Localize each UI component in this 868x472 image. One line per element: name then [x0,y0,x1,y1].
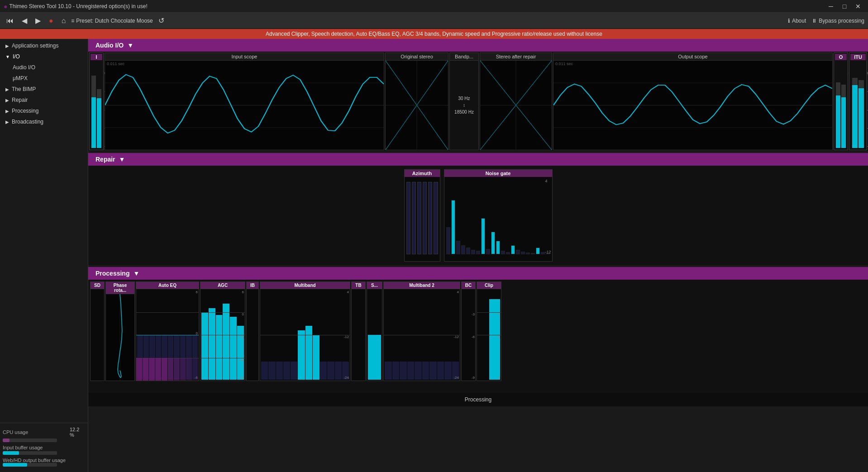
web-buffer-row: Web/HD output buffer usage [3,458,85,463]
cpu-label: CPU usage [3,429,66,435]
reset-button[interactable]: ↺ [156,15,167,26]
audio-io-section: Audio I/O ▼ I 0-6-1 [88,39,868,151]
output-scope-panel: Output scope 0.011 sec [553,52,833,150]
sidebar-item-app-settings[interactable]: ▶ Application settings [0,41,88,51]
processing-chevron: ▼ [133,270,139,277]
title-bar: ● Thimeo Stereo Tool 10.10 - Unregistere… [0,0,868,13]
chevron-right-icon: ▶ [5,109,9,114]
chevron-down-icon: ▼ [5,54,10,59]
input-progress-fill [3,451,19,455]
output-scope-canvas: 0.011 sec [553,61,832,150]
bc-header: BC [462,282,475,289]
cpu-progress-fill [3,439,10,442]
auto-eq-bars: 6 0 -6 [136,289,199,381]
nav-next-button[interactable]: ▶ [33,15,43,26]
sidebar-item-broadcasting[interactable]: ▶ Broadcasting [0,117,88,127]
output-vu-label: O [835,54,847,60]
processing-content: SD Phase rota... [88,280,868,393]
bandpass-arrow: ↕ [463,103,465,108]
preset-label: Preset: Dutch Chocolate Moose [76,18,153,24]
bandpass-content: 30 Hz ↕ 18500 Hz [450,61,478,150]
title-bar-controls[interactable]: ─ □ ✕ [825,0,864,13]
auto-eq-panel: Auto EQ 6 0 -6 [136,281,199,381]
bandpass-panel: Bandp... 30 Hz ↕ 18500 Hz [449,52,479,150]
multiband-panel: Multiband 4 -12 -24 [260,281,350,381]
minimize-button[interactable]: ─ [825,0,837,13]
sd-header: SD [91,282,104,289]
azimuth-panel: Azimuth [404,169,440,262]
original-stereo-canvas [386,61,448,150]
sidebar-item-processing[interactable]: ▶ Processing [0,106,88,116]
toolbar: ⏮ ◀ ▶ ● ⌂ ≡ Preset: Dutch Chocolate Moos… [0,13,868,29]
bc-bars: -3 -6 -9 [462,289,475,381]
repair-section: Repair ▼ Azimuth [88,153,868,265]
processing-title: Processing [95,270,129,277]
content-area: Audio I/O ▼ I 0-6-1 [88,39,868,472]
web-progress-bar [3,463,57,467]
stereo-repair-panel: Stereo after repair [480,52,552,150]
repair-chevron: ▼ [119,156,125,163]
bandpass-freq-low: 18500 Hz [454,110,474,114]
itu-meter: ITU 0-6-12-18-24 [849,52,867,150]
agc-bars: 6 0 -12 -18 -24 [200,289,245,381]
sidebar-item-label: Broadcasting [12,119,43,125]
sidebar-item-label: Repair [12,97,28,103]
audio-io-chevron: ▼ [127,42,134,49]
output-vu-meter: O 0-6-12-18-24 [834,52,848,150]
sidebar-item-repair[interactable]: ▶ Repair [0,95,88,105]
input-scope-panel: Input scope 0.011 sec [105,52,384,150]
ib-header: IB [247,282,258,289]
audio-io-header[interactable]: Audio I/O ▼ [88,39,868,52]
repair-title: Repair [95,156,115,163]
cpu-progress-bar [3,439,57,442]
bandpass-freq-high: 30 Hz [458,96,470,101]
main-layout: ▶ Application settings ▼ I/O Audio I/O μ… [0,39,868,472]
bypass-button[interactable]: ⏸ Bypass processing [811,18,864,24]
chevron-right-icon: ▶ [5,119,9,124]
input-buffer-row: Input buffer usage [3,445,85,450]
close-button[interactable]: ✕ [852,0,864,13]
s-bars [367,289,382,381]
sidebar-item-label: I/O [13,53,20,60]
sidebar-item-label: Processing [12,108,38,114]
original-stereo-label: Original stereo [386,53,448,61]
web-buffer-label: Web/HD output buffer usage [3,458,66,463]
ib-panel: IB [246,281,259,381]
maximize-button[interactable]: □ [838,0,851,13]
s-panel: S... [367,281,382,381]
preset-icon: ≡ [71,18,74,24]
warning-text: Advanced Clipper, Speech detection, Auto… [266,31,602,37]
sidebar-item-io[interactable]: ▼ I/O [0,52,88,62]
sidebar-item-bimp[interactable]: ▶ The BIMP [0,84,88,94]
nav-first-button[interactable]: ⏮ [4,16,16,26]
repair-header[interactable]: Repair ▼ [88,153,868,166]
clip-bars: -3 -6 -9 [477,289,501,381]
itu-label: ITU [850,54,866,60]
about-label: About [792,18,806,24]
input-vu-label: I [91,54,102,60]
nav-record-button[interactable]: ● [46,16,56,26]
toolbar-right: ℹ About ⏸ Bypass processing [788,18,864,24]
nav-prev-button[interactable]: ◀ [19,15,30,26]
repair-content: Azimuth Noise gate [88,166,868,265]
bc-panel: BC -3 -6 -9 [461,281,476,381]
processing-label-text: Processing [465,396,491,403]
audio-io-content: I 0-6-12-18-24 [88,52,868,151]
nav-home-button[interactable]: ⌂ [59,16,69,26]
processing-header[interactable]: Processing ▼ [88,267,868,280]
input-progress-bar [3,451,57,455]
stereo-repair-label: Stereo after repair [480,53,552,61]
sidebar-item-label: The BIMP [12,86,36,92]
sidebar: ▶ Application settings ▼ I/O Audio I/O μ… [0,39,88,472]
about-button[interactable]: ℹ About [788,18,806,24]
sidebar-item-audio-io[interactable]: Audio I/O [0,62,88,72]
chevron-right-icon: ▶ [5,43,9,48]
noisegate-bars: 4 -12 [444,177,552,256]
processing-bottom-label: Processing [88,393,868,406]
multiband2-panel: Multiband 2 4 -12 -24 [383,281,460,381]
input-buffer-label: Input buffer usage [3,445,66,450]
sd-bars [91,289,104,381]
sidebar-item-umpx[interactable]: μMPX [0,73,88,83]
stereo-repair-canvas [480,61,552,150]
s-header: S... [367,282,382,289]
